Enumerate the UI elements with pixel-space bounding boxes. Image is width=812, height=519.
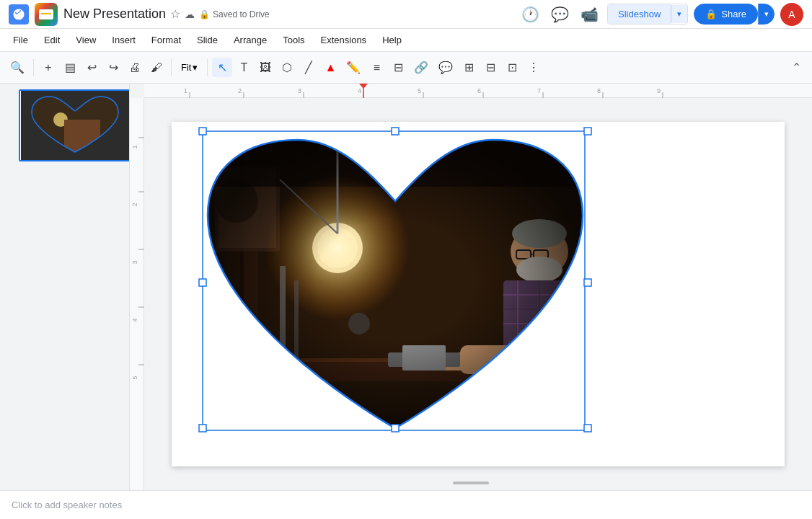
border-weight-btn[interactable]: ≡: [366, 58, 387, 77]
saved-status: 🔒 Saved to Drive: [199, 9, 270, 19]
cursor-btn[interactable]: ↖: [212, 58, 232, 77]
google-logo[interactable]: [9, 4, 29, 25]
svg-rect-71: [199, 128, 206, 135]
svg-text:6: 6: [477, 87, 481, 94]
layout-btn[interactable]: ▤: [60, 58, 80, 77]
svg-rect-74: [199, 279, 206, 286]
slide-thumb-svg: [21, 91, 129, 160]
menu-insert[interactable]: Insert: [105, 32, 143, 48]
svg-text:3: 3: [298, 87, 301, 94]
fill-btn[interactable]: ▲: [320, 58, 340, 77]
menu-view[interactable]: View: [69, 32, 103, 48]
ruler-top: 1 2 3 4 5 6 7 8 9: [144, 84, 812, 98]
zoom-dropdown[interactable]: Fit ▾: [176, 58, 203, 76]
arrange-btn[interactable]: ⊞: [459, 58, 479, 77]
undo-btn[interactable]: ↩: [81, 58, 102, 77]
canvas-area: 1 2 3 4 5 6 7 8 9: [130, 84, 812, 490]
svg-text:4: 4: [131, 318, 138, 321]
saved-icon: 🔒: [199, 9, 210, 19]
app-bottom: Click to add speaker notes: [0, 490, 812, 519]
svg-text:1: 1: [131, 145, 138, 148]
svg-text:4: 4: [358, 87, 361, 94]
toolbar: 🔍 + ▤ ↩ ↪ 🖨 🖌 Fit ▾ ↖ T 🖼 ⬡ ╱ ▲ ✏️ ≡ ⊟ 🔗…: [0, 52, 812, 84]
ruler-marks-top: 1 2 3 4 5 6 7 8 9: [144, 84, 812, 98]
svg-text:9: 9: [657, 87, 661, 94]
title-section: New Presentation ☆ ☁ 🔒 Saved to Drive: [63, 6, 513, 22]
toolbar-separator-2: [171, 59, 172, 76]
svg-rect-78: [584, 425, 591, 432]
slide-canvas-wrap: [144, 98, 812, 490]
main-area: 1: [0, 84, 812, 490]
doc-title[interactable]: New Presentation: [63, 6, 166, 22]
menu-format[interactable]: Format: [144, 32, 188, 48]
notes-bar[interactable]: Click to add speaker notes: [0, 490, 812, 519]
share-button[interactable]: 🔒 Share: [694, 4, 758, 25]
image-btn[interactable]: 🖼: [255, 58, 275, 77]
print-btn[interactable]: 🖨: [125, 58, 145, 77]
collapse-toolbar-btn[interactable]: ⌃: [786, 58, 806, 77]
slide-panel: 1: [0, 84, 130, 490]
link-btn[interactable]: 🔗: [410, 58, 433, 77]
title-bar: New Presentation ☆ ☁ 🔒 Saved to Drive 🕐 …: [0, 0, 812, 29]
svg-rect-75: [584, 279, 591, 286]
svg-rect-72: [392, 128, 399, 135]
redo-btn[interactable]: ↪: [103, 58, 123, 77]
border-dash-btn[interactable]: ⊟: [388, 58, 408, 77]
svg-text:2: 2: [131, 203, 138, 206]
comment-btn[interactable]: 💬: [548, 3, 572, 26]
line-btn[interactable]: ╱: [299, 58, 319, 77]
svg-text:7: 7: [537, 87, 541, 94]
slide-thumb-inner-1[interactable]: [19, 89, 130, 161]
crop-btn[interactable]: ⊡: [502, 58, 522, 77]
ruler-marks-left: 1 2 3 4 5: [130, 98, 144, 490]
search-button[interactable]: 🔍: [6, 58, 29, 77]
menu-edit[interactable]: Edit: [37, 32, 67, 48]
slide-canvas[interactable]: [172, 122, 785, 466]
paint-format-btn[interactable]: 🖌: [146, 58, 167, 77]
more-btn[interactable]: ⋮: [524, 58, 544, 77]
svg-rect-77: [392, 425, 399, 432]
star-icon[interactable]: ☆: [170, 7, 180, 21]
slide-thumbnail-1[interactable]: 1: [6, 89, 123, 161]
ruler-left: 1 2 3 4 5: [130, 98, 144, 490]
svg-text:3: 3: [131, 260, 138, 264]
svg-text:5: 5: [418, 87, 421, 94]
share-button-group: 🔒 Share ▾: [694, 4, 775, 25]
user-avatar[interactable]: A: [780, 3, 803, 26]
slideshow-button[interactable]: Slideshow: [608, 4, 671, 24]
menu-tools[interactable]: Tools: [275, 32, 312, 48]
border-color-btn[interactable]: ✏️: [342, 58, 365, 77]
meet-btn[interactable]: 📹: [578, 3, 601, 26]
align-btn[interactable]: ⊟: [480, 58, 500, 77]
svg-text:5: 5: [131, 376, 138, 379]
slideshow-button-group: Slideshow ▾: [607, 4, 688, 25]
insert-btn[interactable]: +: [38, 58, 58, 77]
svg-text:2: 2: [238, 87, 242, 94]
svg-rect-69: [200, 129, 590, 432]
svg-rect-73: [584, 128, 591, 135]
drive-icon[interactable]: ☁: [185, 9, 195, 20]
menu-arrange[interactable]: Arrange: [226, 32, 274, 48]
menu-bar: File Edit View Insert Format Slide Arran…: [0, 29, 812, 52]
text-btn[interactable]: T: [234, 58, 254, 77]
slides-icon: [35, 3, 58, 26]
menu-extensions[interactable]: Extensions: [314, 32, 374, 48]
shapes-btn[interactable]: ⬡: [277, 58, 297, 77]
menu-slide[interactable]: Slide: [190, 32, 225, 48]
slideshow-dropdown-button[interactable]: ▾: [671, 5, 687, 23]
zoom-dropdown-icon: ▾: [193, 62, 198, 73]
toolbar-separator-1: [33, 59, 34, 76]
slide-content-svg: [172, 122, 785, 466]
menu-file[interactable]: File: [6, 32, 35, 48]
share-dropdown-button[interactable]: ▾: [758, 4, 775, 25]
header-right: 🕐 💬 📹 Slideshow ▾ 🔒 Share ▾ A: [518, 3, 803, 26]
history-btn[interactable]: 🕐: [518, 3, 542, 26]
alt-text-btn[interactable]: 💬: [434, 58, 457, 77]
lock-icon: 🔒: [705, 9, 717, 19]
menu-help[interactable]: Help: [375, 32, 409, 48]
svg-text:1: 1: [184, 87, 187, 94]
svg-rect-76: [199, 425, 206, 432]
notes-placeholder: Click to add speaker notes: [12, 500, 122, 510]
scroll-indicator: [453, 482, 489, 484]
svg-text:8: 8: [597, 87, 601, 94]
